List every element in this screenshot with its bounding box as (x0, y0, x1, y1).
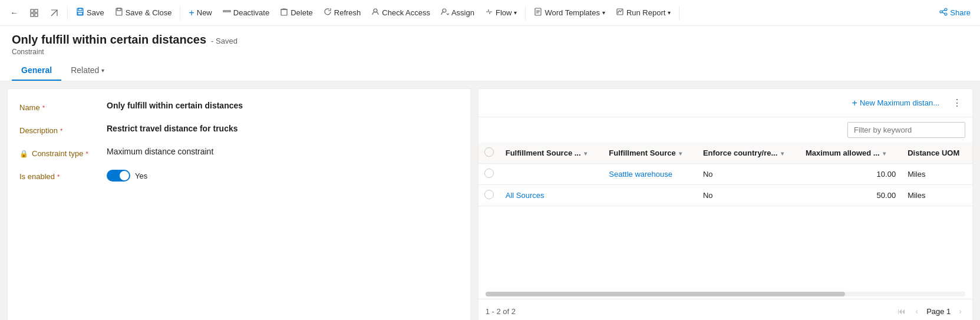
new-button[interactable]: + New (184, 4, 216, 22)
svg-point-15 (945, 8, 947, 11)
save-close-icon (115, 8, 123, 18)
scrollbar-thumb[interactable] (486, 292, 846, 296)
name-label: Name * (19, 101, 102, 112)
row-1-distance-uom: Miles (902, 164, 972, 185)
delete-label: Delete (291, 8, 313, 17)
filter-input[interactable] (847, 122, 965, 138)
row-2-checkbox[interactable] (479, 185, 500, 206)
svg-rect-8 (117, 8, 121, 11)
new-icon: + (189, 8, 194, 18)
constraint-type-label-text: Constraint type (32, 149, 83, 158)
run-report-dropdown-icon[interactable]: ▾ (668, 9, 671, 16)
tab-related[interactable]: Related ▾ (61, 61, 114, 81)
flow-icon (485, 8, 493, 18)
assign-button[interactable]: Assign (436, 4, 479, 21)
next-page-button[interactable]: › (955, 304, 965, 318)
description-required: * (60, 127, 62, 134)
first-page-button[interactable]: ⏮ (894, 304, 909, 318)
col-fulfillment-source-1[interactable]: Fulfillment Source ... ▾ (500, 143, 603, 164)
is-enabled-required: * (57, 173, 60, 180)
popup-button[interactable] (45, 4, 64, 22)
word-templates-button[interactable]: Word Templates ▾ (529, 4, 609, 21)
name-value: Only fulfill within certain distances (107, 101, 458, 110)
deactivate-button[interactable]: Deactivate (218, 4, 274, 21)
is-enabled-toggle[interactable] (107, 170, 130, 182)
page-label: Page 1 (924, 307, 953, 316)
svg-rect-9 (223, 11, 230, 12)
tab-related-dropdown-icon[interactable]: ▾ (101, 67, 104, 74)
row-2-source-name[interactable]: All Sources (500, 185, 603, 206)
name-field-row: Name * Only fulfill within certain dista… (19, 101, 458, 112)
run-report-button[interactable]: Run Report ▾ (611, 4, 675, 21)
more-options-button[interactable]: ⋮ (949, 95, 965, 111)
word-templates-dropdown-icon[interactable]: ▾ (602, 9, 605, 16)
svg-rect-10 (281, 9, 287, 15)
toolbar: ← Save Save & Close + New Deactivate Del… (0, 0, 980, 26)
toolbar-separator-3 (525, 6, 526, 20)
save-button[interactable]: Save (71, 4, 109, 21)
grid-button[interactable] (25, 4, 44, 22)
constraint-type-field-row: 🔒 Constraint type * Maximum distance con… (19, 147, 458, 158)
row-2-enforce-country: No (697, 185, 800, 206)
svg-rect-5 (78, 8, 82, 11)
flow-dropdown-icon[interactable]: ▾ (514, 9, 517, 16)
col-distance-uom[interactable]: Distance UOM (902, 143, 972, 164)
flow-label: Flow (496, 8, 512, 17)
constraint-type-value: Maximum distance constraint (107, 147, 458, 156)
check-access-button[interactable]: Check Access (367, 4, 435, 21)
page-subtitle: Constraint (12, 48, 968, 56)
description-value: Restrict travel distance for trucks (107, 124, 458, 133)
run-report-label: Run Report (626, 8, 665, 17)
row-1-maximum-allowed: 10.00 (800, 164, 902, 185)
header-checkbox[interactable] (484, 147, 494, 157)
constraint-type-label: 🔒 Constraint type * (19, 147, 102, 158)
delete-button[interactable]: Delete (275, 4, 318, 21)
right-panel: + New Maximum distan... ⋮ Fulfillment So… (478, 88, 973, 320)
row-1-checkbox[interactable] (479, 164, 500, 185)
page-saved-status: - Saved (211, 37, 237, 45)
share-icon (939, 8, 948, 18)
is-enabled-field-row: Is enabled * Yes (19, 170, 458, 182)
flow-button[interactable]: Flow ▾ (480, 4, 522, 21)
new-maximum-button[interactable]: + New Maximum distan... (847, 95, 944, 111)
save-close-button[interactable]: Save & Close (110, 4, 177, 21)
word-templates-label: Word Templates (545, 8, 599, 17)
share-button[interactable]: Share (935, 4, 975, 21)
horizontal-scrollbar[interactable] (486, 292, 965, 296)
right-panel-header: + New Maximum distan... ⋮ (479, 89, 972, 117)
share-label: Share (950, 8, 971, 17)
description-label: Description * (19, 124, 102, 135)
page-header: Only fulfill within certain distances - … (0, 26, 980, 81)
save-close-label: Save & Close (126, 8, 172, 17)
checkbox-header[interactable] (479, 143, 500, 164)
col-enforce-country[interactable]: Enforce country/re... ▾ (697, 143, 800, 164)
row-1-fulfillment-source[interactable]: Seattle warehouse (603, 164, 697, 185)
tab-general[interactable]: General (12, 61, 61, 81)
prev-page-button[interactable]: ‹ (912, 304, 922, 318)
refresh-button[interactable]: Refresh (319, 4, 366, 21)
description-field-row: Description * Restrict travel distance f… (19, 124, 458, 135)
name-label-text: Name (19, 103, 40, 112)
tab-related-label: Related (71, 65, 99, 75)
toolbar-right: Share (935, 4, 975, 21)
deactivate-label: Deactivate (233, 8, 269, 17)
tabs: General Related ▾ (12, 61, 968, 81)
left-panel: Name * Only fulfill within certain dista… (7, 88, 471, 320)
row-1-enforce-country: No (697, 164, 800, 185)
row-1-source-name (500, 164, 603, 185)
col-maximum-allowed[interactable]: Maximum allowed ... ▾ (800, 143, 902, 164)
is-enabled-label-text: Is enabled (19, 172, 55, 181)
is-enabled-toggle-container: Yes (107, 170, 147, 182)
constraint-type-required: * (85, 150, 88, 157)
col-4-sort-icon: ▾ (883, 150, 886, 157)
col-fulfillment-source-2[interactable]: Fulfillment Source ▾ (603, 143, 697, 164)
back-button[interactable]: ← (5, 4, 24, 22)
word-templates-icon (534, 8, 542, 18)
col-2-sort-icon: ▾ (679, 150, 682, 157)
data-table: Fulfillment Source ... ▾ Fulfillment Sou… (479, 143, 972, 206)
page-nav: ⏮ ‹ Page 1 › (894, 304, 965, 318)
refresh-label: Refresh (334, 8, 361, 17)
name-required: * (42, 104, 45, 111)
page-count: 1 - 2 of 2 (486, 307, 516, 316)
save-icon (76, 8, 84, 18)
